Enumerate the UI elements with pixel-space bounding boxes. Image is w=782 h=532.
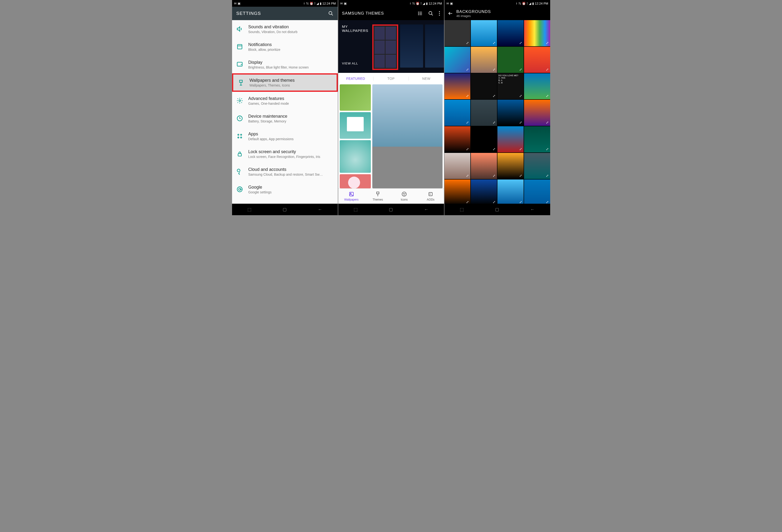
tile-text: B. A [498, 79, 523, 81]
expand-icon: ⤢ [519, 147, 522, 151]
search-icon[interactable] [428, 11, 433, 16]
bg-thumb[interactable]: ⤢ [524, 180, 550, 204]
wallpaper-thumb[interactable] [340, 140, 371, 173]
svg-rect-14 [238, 154, 241, 156]
bg-thumb[interactable]: ⤢ [497, 47, 524, 73]
row-maintenance[interactable]: Device maintenanceBattery, Storage, Memo… [232, 110, 338, 127]
wifi-icon: ⟟ [314, 1, 316, 5]
wallpaper-thumb[interactable] [340, 84, 371, 111]
back-button[interactable]: ← [530, 207, 535, 212]
icons-icon [401, 191, 407, 197]
tab-featured[interactable]: FEATURED [338, 77, 374, 80]
status-bar: ✉▣ ᚼℕ⏰⟟◢▮12:24 PM [338, 0, 444, 7]
status-bar: ✉ ▣ ᚼ ℕ ⏰ ⟟ ◢ ▮ 12:24 PM [232, 0, 338, 7]
navbar: ⬚ ▢ ← [232, 204, 338, 215]
expand-icon: ⤢ [493, 68, 496, 71]
back-button[interactable]: ← [424, 207, 428, 212]
bg-thumb[interactable]: ⤢ [524, 100, 550, 126]
tab-label: AODs [427, 198, 434, 201]
row-cloud[interactable]: Cloud and accountsSamsung Cloud, Backup … [232, 163, 338, 181]
preset-wallpaper-thumb[interactable] [400, 25, 423, 68]
row-apps[interactable]: AppsDefault apps, App permissions [232, 127, 338, 145]
bg-thumb[interactable]: ⤢ [471, 100, 497, 126]
bg-thumb[interactable]: ⤢ [497, 126, 524, 152]
bg-thumb[interactable]: ⤢ [497, 153, 524, 179]
custom-wallpaper-thumb[interactable] [372, 25, 398, 70]
back-arrow-icon[interactable] [448, 11, 453, 16]
display-icon [236, 61, 243, 68]
tab-new[interactable]: NEW [409, 77, 444, 80]
expand-icon: ⤢ [493, 120, 496, 124]
home-button[interactable]: ▢ [389, 207, 393, 212]
more-icon[interactable] [439, 11, 440, 16]
tab-themes[interactable]: Themes [365, 189, 391, 204]
bg-thumb[interactable]: ⤢ [445, 153, 471, 179]
bg-thumb[interactable]: ⤢ [471, 180, 497, 204]
home-button[interactable]: ▢ [495, 207, 499, 212]
tab-aods[interactable]: AODs [417, 189, 444, 204]
recents-button[interactable]: ⬚ [247, 207, 251, 212]
bg-thumb[interactable]: ⤢ [524, 47, 550, 73]
bg-thumb[interactable]: ⤢ [524, 20, 550, 46]
bg-thumb[interactable]: ⤢ [497, 20, 524, 46]
tab-top[interactable]: TOP [374, 77, 409, 80]
bg-thumb[interactable]: ⤢ [497, 180, 524, 204]
svg-point-8 [239, 100, 241, 102]
bg-thumb[interactable]: DO YOU LOVE ME? A. YES B. A C. B ⤢ [497, 73, 524, 100]
svg-line-25 [431, 14, 433, 15]
recents-button[interactable]: ⬚ [460, 207, 464, 212]
bg-thumb[interactable]: ⤢ [445, 126, 471, 152]
preset-wallpaper-thumb[interactable] [425, 25, 444, 68]
row-google[interactable]: GoogleGoogle settings [232, 181, 338, 198]
row-title: Lock screen and security [248, 149, 333, 154]
row-sub: Battery, Storage, Memory [248, 119, 333, 123]
home-button[interactable]: ▢ [283, 207, 287, 212]
row-advanced[interactable]: Advanced featuresGames, One-handed mode [232, 92, 338, 110]
wallpaper-thumb[interactable] [340, 174, 371, 188]
bg-thumb[interactable]: ⤢ [445, 47, 471, 73]
svg-point-24 [429, 11, 432, 14]
back-button[interactable]: ← [318, 207, 322, 212]
expand-icon: ⤢ [493, 41, 496, 45]
recents-button[interactable]: ⬚ [354, 207, 358, 212]
bg-thumb[interactable]: ⤢ [524, 153, 550, 179]
view-all-button[interactable]: VIEW ALL [342, 62, 368, 65]
bg-thumb[interactable]: ⤢ [524, 126, 550, 152]
row-sounds[interactable]: Sounds and vibrationSounds, Vibration, D… [232, 20, 338, 38]
list-icon[interactable] [418, 11, 423, 16]
my-wallpapers-section: MY WALLPAPERS VIEW ALL [338, 20, 444, 73]
image-icon: ▣ [238, 2, 241, 5]
svg-point-22 [418, 13, 419, 14]
tab-icons[interactable]: Icons [391, 189, 417, 204]
row-title: Cloud and accounts [248, 167, 333, 172]
wallpaper-thumb-large[interactable] [372, 84, 442, 188]
bg-thumb[interactable]: ⤢ [445, 180, 471, 204]
maintenance-icon [236, 115, 243, 122]
bg-thumb[interactable]: ⤢ [445, 20, 471, 46]
sound-icon [236, 26, 243, 32]
bg-thumb[interactable]: ⤢ [497, 100, 524, 126]
bg-thumb[interactable]: ⤢ [471, 73, 497, 100]
bg-thumb[interactable]: ⤢ [471, 153, 497, 179]
bg-thumb[interactable]: ⤢ [471, 47, 497, 73]
row-notifications[interactable]: NotificationsBlock, allow, prioritize [232, 38, 338, 55]
bg-thumb[interactable]: ⤢ [471, 126, 497, 152]
bg-thumb[interactable]: ⤢ [445, 100, 471, 126]
row-lockscreen[interactable]: Lock screen and securityLock screen, Fac… [232, 145, 338, 163]
row-title: Device maintenance [248, 114, 333, 119]
expand-icon: ⤢ [519, 174, 522, 178]
wallpapers-icon [349, 191, 354, 197]
bg-thumb[interactable]: ⤢ [471, 20, 497, 46]
search-icon[interactable] [328, 11, 333, 16]
bg-thumb[interactable]: ⤢ [524, 73, 550, 100]
navbar: ⬚ ▢ ← [445, 204, 550, 215]
alarm-icon: ⏰ [522, 2, 526, 5]
tab-wallpapers[interactable]: Wallpapers [338, 189, 365, 204]
expand-icon: ⤢ [519, 41, 522, 45]
bg-thumb[interactable]: ⤢ [445, 73, 471, 100]
wallpaper-thumb[interactable] [340, 112, 371, 139]
row-accessibility[interactable]: Accessibility [232, 198, 338, 204]
alarm-icon: ⏰ [310, 2, 313, 5]
row-display[interactable]: DisplayBrightness, Blue light filter, Ho… [232, 55, 338, 73]
row-wallpapers-themes[interactable]: Wallpapers and themesWallpapers, Themes,… [232, 73, 338, 92]
